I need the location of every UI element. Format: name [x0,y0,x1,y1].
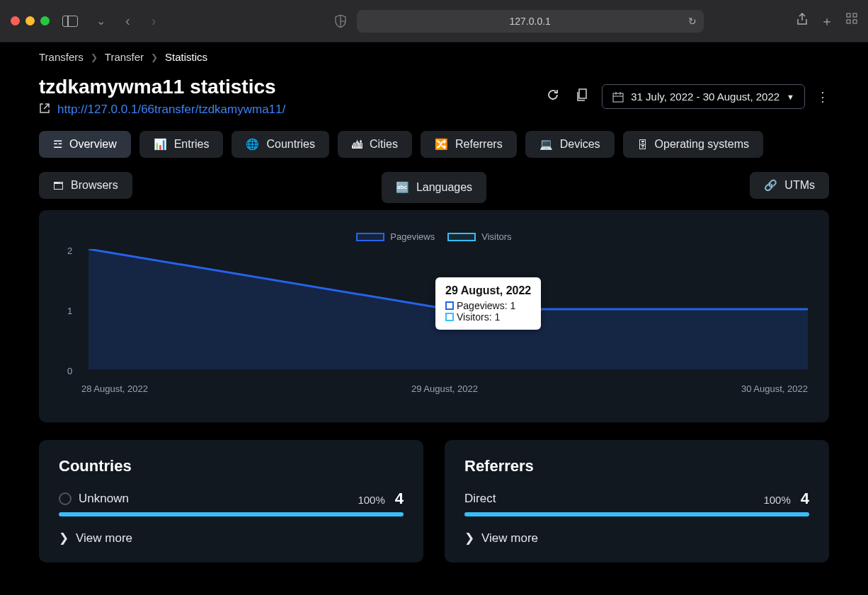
page-title: tzdkamywma11 statistics [39,76,285,98]
chevron-right-icon: ❯ [151,52,158,62]
back-button[interactable]: ‹ [118,11,137,30]
tab-label: Devices [560,138,600,151]
bar-percentage: 100% [358,494,384,506]
forward-button[interactable]: › [144,11,164,30]
panel-bar-row: Direct 100%4 [464,490,809,508]
tab-cities[interactable]: 🏙Cities [338,131,412,158]
breadcrumb: Transfers ❯ Transfer ❯ Statistics [39,51,829,63]
panels-row: Countries Unknown 100%4 ❯View more Refer… [39,440,829,562]
share-icon[interactable] [796,13,808,30]
tab-browsers[interactable]: 🗔Browsers [39,172,132,199]
traffic-lights [11,16,50,25]
tab-label: Languages [416,181,472,194]
svg-rect-1 [853,13,857,17]
tabs-bar-2: 🗔Browsers 🔤Languages 🔗UTMs [39,172,829,203]
link-icon: 🔗 [764,179,777,192]
legend-label: Visitors [481,231,511,242]
calendar-icon [612,91,624,103]
svg-rect-3 [853,20,857,23]
tab-referrers[interactable]: 🔀Referrers [421,131,517,158]
sidebar-dropdown-button[interactable]: ⌄ [91,11,111,30]
bar-value: 4 [801,490,809,508]
panel-bar-row: Unknown 100%4 [59,490,404,508]
legend-swatch-icon [447,233,476,241]
tab-label: Referrers [455,138,503,151]
address-bar[interactable]: 127.0.0.1 ↻ [357,10,704,33]
date-range-picker[interactable]: 31 July, 2022 - 30 August, 2022 ▼ [602,84,805,109]
bar-value: 4 [395,490,404,508]
tab-label: Entries [174,138,210,151]
x-axis-tick: 28 August, 2022 [81,383,148,394]
tooltip-swatch-icon [445,301,454,310]
legend-item-visitors[interactable]: Visitors [447,231,511,242]
bar-percentage: 100% [763,494,790,506]
svg-rect-0 [847,13,850,17]
y-axis-tick: 1 [67,306,72,316]
progress-bar [464,512,809,516]
tooltip-swatch-icon [445,313,454,321]
chart-tooltip: 29 August, 2022 Pageviews: 1 Visitors: 1 [435,277,541,330]
tooltip-title: 29 August, 2022 [445,284,531,297]
tab-overview-icon[interactable] [846,13,857,30]
language-icon: 🔤 [396,181,409,194]
minimize-window-button[interactable] [25,16,35,25]
date-range-label: 31 July, 2022 - 30 August, 2022 [631,91,780,103]
tab-label: Countries [266,138,314,151]
tab-overview[interactable]: ☲Overview [39,131,131,158]
address-bar-text: 127.0.0.1 [509,16,550,27]
tab-devices[interactable]: 💻Devices [525,131,615,158]
bar-chart-icon: 📊 [154,138,167,151]
tabs-bar: ☲Overview 📊Entries 🌐Countries 🏙Cities 🔀R… [39,131,829,158]
tab-label: Operating systems [655,138,749,151]
tab-label: Browsers [71,179,118,192]
tab-label: UTMs [784,179,815,192]
tab-label: Cities [370,138,398,151]
tab-utms[interactable]: 🔗UTMs [750,172,829,199]
bar-label-text: Unknown [79,492,129,506]
x-axis-tick: 30 August, 2022 [741,383,808,394]
bar-label-text: Direct [464,492,496,506]
window-icon: 🗔 [53,180,64,192]
legend-label: Pageviews [390,231,435,242]
chevron-right-icon: ❯ [464,531,474,545]
view-more-button[interactable]: ❯View more [464,531,809,545]
close-window-button[interactable] [11,16,20,25]
chrome-right-controls: ＋ [796,13,857,30]
new-tab-icon[interactable]: ＋ [821,13,833,30]
tab-entries[interactable]: 📊Entries [139,131,224,158]
caret-down-icon: ▼ [787,93,794,101]
legend-item-pageviews[interactable]: Pageviews [356,231,435,242]
chevron-right-icon: ❯ [59,531,69,545]
tab-countries[interactable]: 🌐Countries [232,131,329,158]
tab-languages[interactable]: 🔤Languages [382,172,486,203]
view-more-button[interactable]: ❯View more [59,531,404,545]
privacy-shield-icon [335,15,346,28]
unknown-country-icon [59,492,72,505]
laptop-icon: 💻 [539,138,553,151]
copy-button[interactable] [573,86,590,108]
page-url-link[interactable]: http://127.0.0.1/66transfer/tzdkamywma11… [57,103,285,117]
breadcrumb-item[interactable]: Transfer [105,51,144,63]
shuffle-icon: 🔀 [435,138,448,151]
y-axis-tick: 0 [67,366,72,376]
tooltip-label: Visitors: [457,311,492,323]
y-axis-tick: 2 [67,245,72,256]
breadcrumb-item[interactable]: Transfers [39,51,84,63]
tab-label: Overview [69,138,117,151]
sidebar-toggle-button[interactable] [57,13,84,30]
tab-os[interactable]: 🗄Operating systems [623,131,763,158]
progress-bar [59,512,404,516]
external-link-icon[interactable] [39,103,50,117]
tooltip-value: 1 [495,311,501,323]
maximize-window-button[interactable] [40,16,50,25]
refresh-button[interactable] [544,86,562,108]
countries-panel: Countries Unknown 100%4 ❯View more [39,440,423,562]
reload-icon[interactable]: ↻ [688,16,697,27]
page-header: tzdkamywma11 statistics http://127.0.0.1… [39,76,829,117]
list-icon: ☲ [53,138,62,151]
panel-title: Referrers [464,457,809,475]
referrers-panel: Referrers Direct 100%4 ❯View more [445,440,829,562]
view-more-label: View more [76,531,132,545]
more-options-button[interactable]: ⋮ [816,89,829,105]
panel-title: Countries [59,457,404,475]
